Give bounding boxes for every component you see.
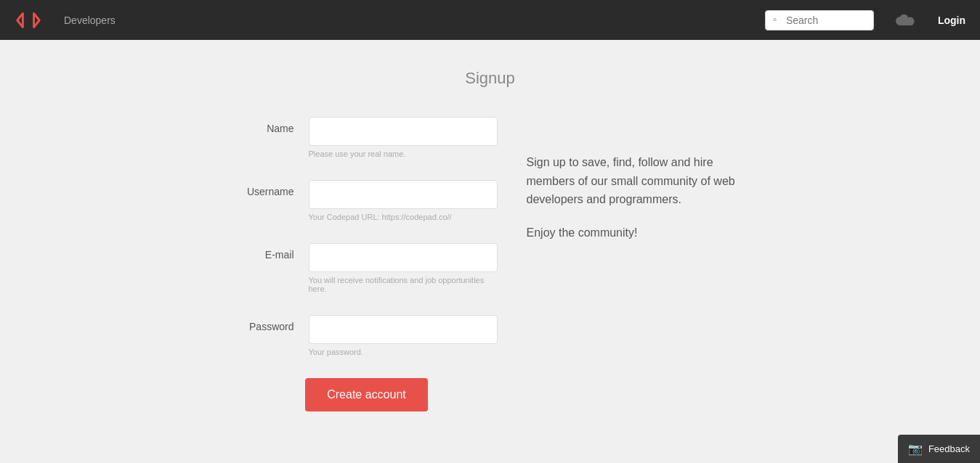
logo[interactable] <box>15 7 42 34</box>
login-link[interactable]: Login <box>938 15 965 26</box>
side-text-paragraph1: Sign up to save, find, follow and hire m… <box>527 153 745 209</box>
create-account-button[interactable]: Create account <box>305 378 428 411</box>
password-label: Password <box>236 315 309 332</box>
password-field-wrapper: Your password. <box>309 315 498 356</box>
search-wrapper: ⚬ <box>765 10 874 30</box>
password-hint: Your password. <box>309 348 498 356</box>
email-label: E-mail <box>236 243 309 261</box>
password-input[interactable] <box>309 315 498 344</box>
name-hint: Please use your real name. <box>309 149 498 158</box>
username-field-wrapper: Your Codepad URL: https://codepad.co// <box>309 180 498 221</box>
svg-marker-1 <box>34 13 40 27</box>
navbar: Developers ⚬ Login <box>0 0 980 40</box>
form-actions: Create account <box>236 378 498 411</box>
feedback-label: Feedback <box>928 443 970 454</box>
side-text-paragraph2: Enjoy the community! <box>527 224 745 242</box>
form-container: Signup Name Please use your real name. U… <box>236 69 745 411</box>
username-input[interactable] <box>309 180 498 209</box>
svg-marker-0 <box>17 13 23 27</box>
cloud-icon <box>896 13 916 28</box>
side-text: Sign up to save, find, follow and hire m… <box>527 117 745 411</box>
email-input[interactable] <box>309 243 498 272</box>
name-field-wrapper: Please use your real name. <box>309 117 498 158</box>
username-group: Username Your Codepad URL: https://codep… <box>236 180 498 221</box>
developers-link[interactable]: Developers <box>64 15 116 26</box>
username-label: Username <box>236 180 309 197</box>
email-group: E-mail You will receive notifications an… <box>236 243 498 293</box>
password-group: Password Your password. <box>236 315 498 356</box>
email-field-wrapper: You will receive notifications and job o… <box>309 243 498 293</box>
feedback-button[interactable]: 📷 Feedback <box>898 435 980 463</box>
search-icon: ⚬ <box>771 15 779 25</box>
name-input[interactable] <box>309 117 498 146</box>
form-layout: Name Please use your real name. Username… <box>236 117 745 411</box>
username-hint: Your Codepad URL: https://codepad.co// <box>309 213 498 221</box>
main-content: Signup Name Please use your real name. U… <box>0 40 980 426</box>
form-fields: Name Please use your real name. Username… <box>236 117 498 411</box>
name-label: Name <box>236 117 309 134</box>
camera-icon: 📷 <box>908 442 923 456</box>
page-title: Signup <box>236 69 745 88</box>
search-input[interactable] <box>765 10 874 30</box>
name-group: Name Please use your real name. <box>236 117 498 158</box>
email-hint: You will receive notifications and job o… <box>309 276 498 293</box>
